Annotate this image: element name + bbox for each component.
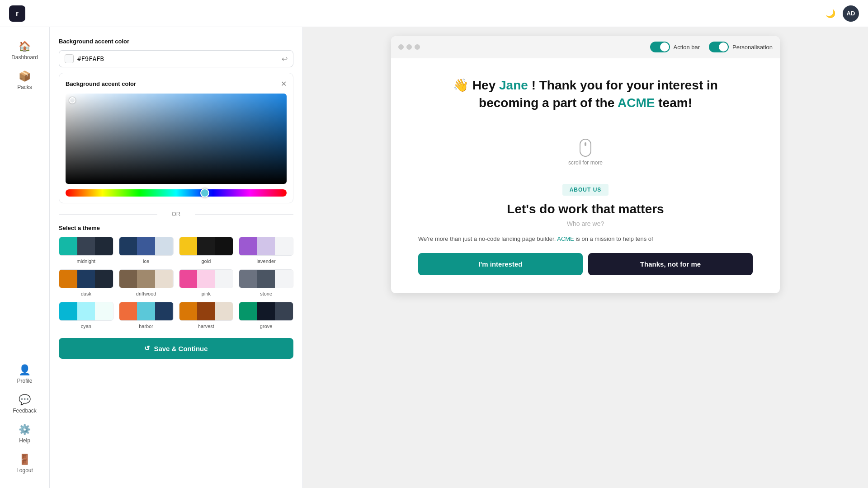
preview-content: 👋 Hey Jane ! Thank you for your interest… [391,58,780,293]
sidebar-item-profile[interactable]: 👤 Profile [0,360,49,389]
cta-buttons: I'm interested Thanks, not for me [418,253,753,275]
theme-gold[interactable]: gold [179,237,234,264]
hero-before: Hey [472,78,499,92]
hero-text: 👋 Hey Jane ! Thank you for your interest… [418,76,753,112]
about-body: We're more than just a no-code landing p… [418,235,753,244]
personalisation-toggle[interactable] [709,42,729,52]
theme-label-gold: gold [201,258,211,264]
theme-label-dusk: dusk [81,291,91,296]
bg-accent-label: Background accent color [59,38,293,45]
toggle-knob-personalisation [719,42,728,52]
theme-ice[interactable]: ice [119,237,174,264]
personalisation-toggle-row: Personalisation [709,42,773,52]
theme-dusk[interactable]: dusk [59,269,113,296]
preview-toggles: Action bar Personalisation [650,42,773,52]
scroll-dot [585,142,586,146]
hero-wave: 👋 [453,78,469,92]
user-avatar[interactable]: AD [843,5,859,22]
sidebar-item-dashboard[interactable]: 🏠 Dashboard [0,36,49,66]
save-continue-button[interactable]: ↺ Save & Continue [59,338,293,359]
packs-icon: 📦 [19,71,31,81]
toggle-knob-action [660,42,669,52]
sidebar-label-feedback: Feedback [13,408,37,414]
theme-pink[interactable]: pink [179,269,234,296]
theme-label-cyan: cyan [81,324,91,329]
reset-icon[interactable]: ↩ [282,55,288,63]
theme-label-harbor: harbor [139,324,153,329]
about-subtitle: Who are we? [418,220,753,227]
close-color-picker-icon[interactable]: ✕ [281,80,287,88]
theme-label-harvest: harvest [198,324,214,329]
sidebar-item-logout[interactable]: 🚪 Logout [0,449,49,479]
theme-harbor[interactable]: harbor [119,302,174,329]
about-acme-link: ACME [557,235,574,242]
action-bar-label: Action bar [674,44,700,51]
sidebar-item-feedback[interactable]: 💬 Feedback [0,389,49,419]
theme-label-grove: grove [260,324,273,329]
theme-stone[interactable]: stone [239,269,293,296]
preview-window: Action bar Personalisation 👋 Hey Jane [391,36,780,293]
dot-2 [406,44,412,50]
color-picker-title: Background accent color [66,80,136,87]
dot-3 [415,44,420,50]
action-bar-toggle[interactable] [650,42,670,52]
theme-lavender[interactable]: lavender [239,237,293,264]
color-hex-input[interactable] [77,55,278,62]
help-icon: ⚙️ [19,425,31,435]
theme-label-pink: pink [202,291,211,296]
theme-cyan[interactable]: cyan [59,302,113,329]
themes-grid: midnight ice gold [59,237,293,329]
top-bar-right: 🌙 AD [826,5,859,22]
interested-button[interactable]: I'm interested [418,253,583,275]
right-panel: Action bar Personalisation 👋 Hey Jane [303,27,868,488]
hero-name: Jane [499,78,528,92]
sidebar-label-logout: Logout [16,467,33,474]
theme-select-title: Select a theme [59,225,293,231]
theme-label-midnight: midnight [77,258,96,264]
scroll-hint: scroll for more [418,139,753,166]
color-input-row: ↩ [59,50,293,67]
sidebar-label-packs: Packs [17,84,32,90]
hero-company: ACME [618,96,655,110]
theme-label-lavender: lavender [257,258,276,264]
personalisation-label: Personalisation [732,44,773,51]
profile-icon: 👤 [19,365,31,375]
about-section: ABOUT US Let's do work that matters Who … [418,184,753,244]
dot-1 [398,44,404,50]
feedback-icon: 💬 [19,395,31,405]
theme-driftwood[interactable]: driftwood [119,269,174,296]
logo-text: r [16,9,19,18]
color-picker-header: Background accent color ✕ [66,80,287,88]
mouse-icon [580,139,591,157]
or-divider: OR [59,211,293,217]
dashboard-icon: 🏠 [19,42,31,52]
not-for-me-button[interactable]: Thanks, not for me [588,253,753,275]
app-logo[interactable]: r [9,5,25,22]
preview-topbar: Action bar Personalisation [391,36,780,58]
dark-mode-icon[interactable]: 🌙 [826,9,835,19]
scroll-hint-text: scroll for more [568,160,603,166]
sidebar-label-dashboard: Dashboard [11,54,38,61]
theme-midnight[interactable]: midnight [59,237,113,264]
sidebar: 🏠 Dashboard 📦 Packs 👤 Profile 💬 Feedback… [0,0,50,488]
save-icon: ↺ [144,344,150,352]
sidebar-label-profile: Profile [17,378,32,384]
theme-grove[interactable]: grove [239,302,293,329]
color-gradient-canvas[interactable] [66,94,287,184]
top-bar: r 🌙 AD [0,0,868,27]
hero-end: team! [658,96,692,110]
sidebar-item-packs[interactable]: 📦 Packs [0,66,49,96]
main-content: Background accent color ↩ Background acc… [50,27,868,488]
sidebar-item-help[interactable]: ⚙️ Help [0,419,49,449]
theme-harvest[interactable]: harvest [179,302,234,329]
logout-icon: 🚪 [19,455,31,465]
theme-label-stone: stone [260,291,272,296]
theme-label-ice: ice [143,258,149,264]
hue-handle[interactable] [200,188,209,197]
about-title: Let's do work that matters [418,202,753,216]
or-label: OR [172,211,181,217]
hue-slider[interactable] [66,189,287,197]
gradient-handle[interactable] [69,97,75,103]
preview-window-dots [398,44,420,50]
about-badge: ABOUT US [562,184,609,196]
